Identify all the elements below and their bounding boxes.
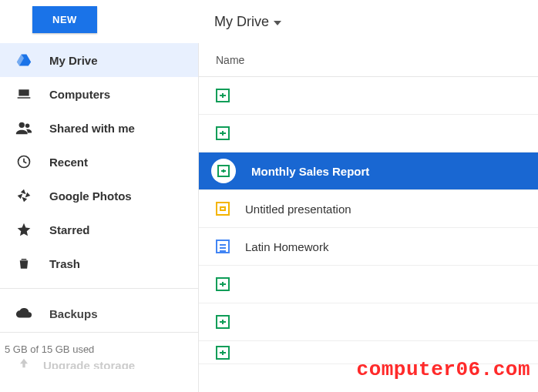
selected-file-badge: [211, 159, 236, 183]
file-row[interactable]: [199, 115, 538, 152]
sidebar: My Drive Computers Shared with me Recent: [0, 43, 199, 392]
sidebar-item-label: Backups: [49, 307, 98, 320]
sheets-icon: [216, 346, 230, 360]
file-row-selected[interactable]: Monthly Sales Report: [199, 152, 538, 190]
sheets-icon: [217, 165, 230, 177]
breadcrumb-label: My Drive: [214, 14, 269, 30]
svg-point-0: [19, 122, 25, 128]
sidebar-item-label: My Drive: [49, 54, 98, 67]
column-header-label: Name: [216, 54, 244, 66]
file-row[interactable]: [199, 303, 538, 341]
pinwheel-icon: [15, 187, 32, 204]
file-name: Untitled presentation: [245, 203, 351, 216]
trash-icon: [15, 255, 32, 272]
sheets-icon: [216, 315, 230, 329]
sidebar-item-backups[interactable]: Backups: [0, 295, 198, 332]
file-row[interactable]: [199, 341, 538, 364]
sidebar-item-recent[interactable]: Recent: [0, 145, 198, 179]
sheets-icon: [216, 89, 230, 102]
laptop-icon: [15, 85, 32, 102]
sidebar-item-label: Google Photos: [49, 189, 132, 203]
clock-icon: [15, 153, 32, 170]
sidebar-item-label: Recent: [49, 156, 88, 169]
breadcrumb-mydrive[interactable]: My Drive: [214, 14, 281, 30]
docs-icon: [216, 240, 230, 253]
star-icon: [15, 221, 32, 238]
sidebar-item-label: Trash: [49, 257, 80, 270]
slides-icon: [216, 202, 230, 216]
file-row[interactable]: Latin Homework: [199, 228, 538, 266]
main-panel: Name Monthly Sales Report Untitled prese…: [199, 43, 538, 392]
cloud-icon: [15, 305, 32, 322]
sidebar-item-label: Upgrade storage: [43, 359, 135, 370]
sheets-icon: [216, 277, 230, 291]
chevron-down-icon: [274, 21, 281, 25]
sidebar-item-computers[interactable]: Computers: [0, 77, 198, 111]
sidebar-item-photos[interactable]: Google Photos: [0, 179, 198, 213]
file-row[interactable]: Untitled presentation: [199, 190, 538, 228]
upgrade-icon: [15, 357, 32, 369]
column-header-name[interactable]: Name: [199, 43, 538, 77]
file-list: Monthly Sales Report Untitled presentati…: [199, 77, 538, 364]
storage-indicator: 5 GB of 15 GB used: [0, 332, 198, 355]
storage-text: 5 GB of 15 GB used: [5, 343, 94, 355]
sidebar-item-upgrade[interactable]: Upgrade storage: [0, 355, 198, 369]
svg-point-1: [25, 124, 30, 129]
file-name: Monthly Sales Report: [251, 165, 369, 178]
sidebar-item-label: Shared with me: [49, 122, 135, 135]
sidebar-item-starred[interactable]: Starred: [0, 213, 198, 246]
sheets-icon: [216, 126, 230, 140]
drive-icon: [15, 52, 32, 69]
new-button[interactable]: NEW: [32, 6, 97, 33]
topbar: NEW My Drive: [0, 0, 538, 43]
sidebar-item-label: Computers: [49, 88, 110, 101]
file-row[interactable]: [199, 266, 538, 303]
sidebar-item-label: Starred: [49, 223, 90, 236]
file-name: Latin Homework: [245, 240, 328, 253]
sidebar-item-mydrive[interactable]: My Drive: [0, 43, 198, 77]
sidebar-item-trash[interactable]: Trash: [0, 246, 198, 280]
people-icon: [15, 119, 32, 136]
file-row[interactable]: [199, 77, 538, 115]
divider: [0, 288, 198, 289]
sidebar-item-shared[interactable]: Shared with me: [0, 111, 198, 145]
